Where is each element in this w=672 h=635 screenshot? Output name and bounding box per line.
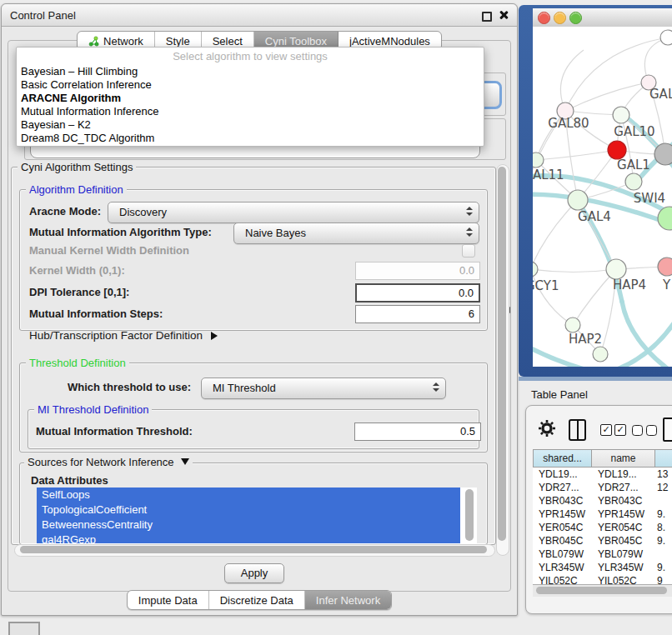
dropdown-item[interactable]: Basic Correlation Inference bbox=[17, 78, 484, 92]
network-node[interactable] bbox=[593, 347, 608, 362]
kernel-width-field[interactable]: 0.0 bbox=[355, 262, 480, 280]
tab-label: jActiveMNodules bbox=[349, 35, 430, 48]
selected-value: Naive Bayes bbox=[245, 227, 306, 239]
table-horizontal-scrollbar-thumb[interactable] bbox=[536, 587, 667, 594]
network-node[interactable] bbox=[533, 152, 544, 168]
vertical-scrollbar-thumb[interactable] bbox=[498, 167, 506, 541]
tab-label: Cyni Toolbox bbox=[265, 35, 327, 48]
table-row[interactable]: YIL052C YIL052C 9 bbox=[533, 574, 672, 584]
table-cell-shared-name: YBL079W bbox=[533, 548, 592, 561]
aracne-mode-select[interactable]: Discovery bbox=[108, 202, 479, 223]
column-header-shared-name[interactable]: shared... bbox=[533, 449, 592, 468]
column-header-name[interactable]: name bbox=[592, 449, 655, 468]
table-row[interactable]: YLR345W YLR345W 9. bbox=[533, 561, 672, 574]
table-cell-name: YBR043C bbox=[592, 494, 655, 508]
tab-label: Network bbox=[103, 35, 143, 48]
network-canvas-svg: GALGAL80GAL10GAL1GAL11SWI4GAL4GCY1HAP4YH… bbox=[533, 27, 672, 367]
apply-button[interactable]: Apply bbox=[224, 563, 284, 583]
table-cell-value: 9 bbox=[655, 574, 672, 584]
table-cell-shared-name: YPR145W bbox=[533, 508, 592, 521]
network-node[interactable] bbox=[625, 173, 642, 190]
mi-steps-field[interactable]: 6 bbox=[355, 305, 480, 323]
network-node[interactable] bbox=[613, 107, 629, 123]
table-cell-name: YBL079W bbox=[592, 548, 655, 561]
tab-label: Discretize Data bbox=[220, 594, 293, 607]
node-table[interactable]: YDL19... YDL19... 13 YDR27... YDR27... 1… bbox=[533, 468, 672, 584]
network-canvas[interactable]: GALGAL80GAL10GAL1GAL11SWI4GAL4GCY1HAP4YH… bbox=[533, 27, 672, 367]
sources-section[interactable]: Sources for Network Inference bbox=[24, 456, 193, 468]
network-node[interactable] bbox=[608, 141, 626, 159]
traffic-light-zoom-icon[interactable] bbox=[569, 12, 582, 24]
table-cell-value: 9. bbox=[655, 508, 672, 521]
table-cell-shared-name: YIL052C bbox=[533, 574, 592, 584]
table-row[interactable]: YDR27... YDR27... 12 bbox=[533, 481, 672, 494]
table-row[interactable]: YBR045C YBR045C 9. bbox=[533, 534, 672, 548]
column-header-partial[interactable] bbox=[655, 449, 672, 468]
dropdown-item[interactable]: Bayesian – Hill Climbing bbox=[17, 65, 484, 78]
dropdown-item[interactable]: Bayesian – K2 bbox=[17, 118, 484, 132]
collapse-down-icon[interactable] bbox=[181, 458, 189, 465]
cyni-bottom-tabbar: Impute Data Discretize Data Infer Networ… bbox=[2, 590, 517, 610]
manual-kernel-width-checkbox[interactable] bbox=[462, 244, 475, 258]
close-icon[interactable] bbox=[499, 10, 509, 20]
horizontal-scrollbar-thumb[interactable] bbox=[20, 546, 487, 553]
dpi-tolerance-field[interactable]: 0.0 bbox=[355, 283, 480, 302]
table-cell-value: 8. bbox=[655, 521, 672, 534]
table-row[interactable]: YBR043C YBR043C bbox=[533, 494, 672, 508]
network-node[interactable] bbox=[658, 258, 672, 276]
checked-checkbox-icon[interactable]: ✓ bbox=[614, 424, 626, 436]
data-attribute-item[interactable]: BetweennessCentrality bbox=[37, 518, 460, 532]
group-title: Cyni Algorithm Settings bbox=[18, 161, 136, 173]
network-node-label: GAL bbox=[649, 87, 672, 102]
dropdown-item[interactable]: Mutual Information Inference bbox=[17, 105, 484, 118]
mi-threshold-field[interactable]: 0.5 bbox=[354, 422, 481, 441]
dropdown-item-selected[interactable]: ARACNE Algorithm bbox=[17, 92, 484, 105]
data-attribute-item[interactable]: SelfLoops bbox=[37, 488, 460, 502]
traffic-light-close-icon[interactable] bbox=[538, 12, 550, 24]
stepper-arrows-icon bbox=[466, 207, 473, 216]
application-window: Control Panel Network Style Select bbox=[0, 0, 672, 635]
tab-label: Infer Network bbox=[316, 594, 380, 607]
control-panel-titlebar: Control Panel bbox=[2, 4, 517, 27]
tab-label: Select bbox=[213, 35, 243, 48]
traffic-light-minimize-icon[interactable] bbox=[554, 12, 566, 24]
table-row[interactable]: YER054C YER054C 8. bbox=[533, 521, 672, 534]
table-row[interactable]: YDL19... YDL19... 13 bbox=[533, 468, 672, 481]
network-node[interactable] bbox=[565, 318, 580, 332]
network-node[interactable] bbox=[533, 262, 538, 277]
network-node-label: GAL4 bbox=[578, 209, 611, 224]
gear-icon[interactable] bbox=[538, 419, 556, 438]
tab-impute-data[interactable]: Impute Data bbox=[128, 591, 209, 609]
network-node[interactable] bbox=[660, 30, 672, 45]
which-threshold-select[interactable]: MI Threshold bbox=[201, 378, 446, 399]
minimized-window-icon[interactable] bbox=[8, 622, 40, 635]
split-panel-icon[interactable] bbox=[569, 419, 586, 441]
dropdown-item[interactable]: Dream8 DC_TDC Algorithm bbox=[17, 132, 484, 145]
tab-discretize-data[interactable]: Discretize Data bbox=[209, 591, 305, 609]
data-attribute-item[interactable]: TopologicalCoefficient bbox=[37, 502, 460, 518]
expand-right-icon[interactable] bbox=[211, 332, 218, 340]
tab-infer-network[interactable]: Infer Network bbox=[305, 591, 391, 609]
unchecked-checkbox-icon[interactable] bbox=[646, 425, 657, 436]
network-node[interactable] bbox=[654, 143, 672, 165]
checked-checkbox-icon[interactable]: ✓ bbox=[600, 424, 612, 436]
network-node[interactable] bbox=[606, 259, 626, 279]
table-cell-shared-name: YBR043C bbox=[533, 494, 592, 508]
float-window-icon[interactable] bbox=[482, 12, 492, 22]
tab-label: Style bbox=[166, 35, 190, 48]
mi-algorithm-type-select[interactable]: Naive Bayes bbox=[233, 222, 479, 244]
table-row[interactable]: YBL079W YBL079W bbox=[533, 548, 672, 561]
document-icon[interactable] bbox=[663, 418, 672, 442]
mi-threshold-label: Mutual Information Threshold: bbox=[36, 425, 193, 438]
hub-definition-section[interactable]: Hub/Transcription Factor Definition bbox=[29, 329, 218, 342]
table-row[interactable]: YPR145W YPR145W 9. bbox=[533, 508, 672, 521]
network-icon bbox=[88, 36, 99, 47]
data-attribute-item[interactable]: gal4RGexp bbox=[37, 532, 460, 543]
network-node[interactable] bbox=[568, 190, 588, 210]
network-node-label: SWI4 bbox=[634, 191, 665, 206]
group-title: MI Threshold Definition bbox=[34, 403, 152, 416]
data-attributes-list[interactable]: SelfLoopsTopologicalCoefficientBetweenne… bbox=[37, 488, 477, 543]
table-cell-name: YLR345W bbox=[592, 561, 655, 574]
attributes-scrollbar-thumb[interactable] bbox=[465, 489, 474, 541]
unchecked-checkbox-icon[interactable] bbox=[632, 425, 643, 436]
